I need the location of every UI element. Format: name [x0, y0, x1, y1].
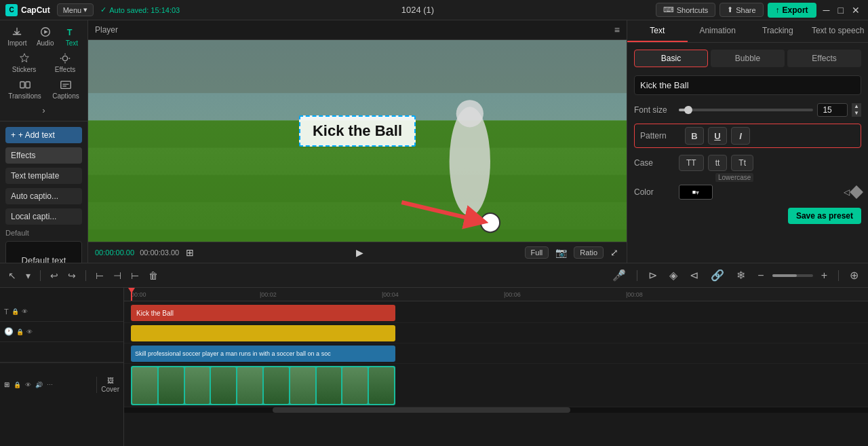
zoom-in-button[interactable]: + [817, 268, 831, 283]
subtitle-clip[interactable]: Skill professional soccer player a man r… [131, 346, 395, 362]
audio-label: Audio [37, 39, 54, 47]
local-caption-button[interactable]: Local capti... [5, 208, 82, 225]
export-button[interactable]: ↑ Export [768, 3, 816, 18]
thumb-9 [342, 367, 368, 404]
underline-button[interactable]: U [708, 127, 727, 145]
text-content-input[interactable] [634, 75, 861, 95]
more-tools-button[interactable]: › [39, 103, 47, 118]
close-button[interactable]: ✕ [849, 5, 863, 16]
bold-button[interactable]: B [685, 127, 704, 145]
captions-tool[interactable]: Captions [48, 76, 83, 103]
text-tool[interactable]: T Text [60, 23, 84, 50]
font-size-down[interactable]: ▼ [852, 110, 861, 117]
video-text-overlay[interactable]: Kick the Ball [299, 115, 416, 147]
scrollbar-thumb[interactable] [273, 407, 570, 413]
add-text-button[interactable]: + + Add text [5, 127, 82, 143]
autosave-check-icon: ✓ [100, 5, 106, 14]
effects-tool[interactable]: Effects [51, 50, 79, 76]
sub-tab-bubble[interactable]: Bubble [711, 50, 785, 67]
default-text-preset[interactable]: Default text [5, 241, 82, 263]
shortcuts-button[interactable]: ⌨ Shortcuts [656, 3, 715, 17]
subtitle-track-row: Skill professional soccer player a man r… [124, 343, 868, 364]
redo-button[interactable]: ↪ [65, 269, 79, 282]
font-size-row: Font size ▲ ▼ [634, 103, 861, 117]
trim-left-button[interactable]: ⊣ [111, 269, 124, 282]
effects-panel-button[interactable]: Effects [5, 147, 82, 164]
audio-tool[interactable]: Audio [33, 23, 58, 50]
minimize-button[interactable]: ─ [821, 5, 833, 16]
color-swatch[interactable]: ■ ▾ [679, 185, 713, 200]
cover-icon: 🖼 [107, 377, 114, 384]
cover-button[interactable]: 🖼 Cover [101, 377, 119, 393]
sub-tab-effects[interactable]: Effects [787, 50, 861, 67]
case-tt-caps[interactable]: Tt [731, 155, 753, 171]
time-total: 00:00:03.00 [140, 248, 179, 257]
split-button[interactable]: ⊢ [93, 269, 106, 282]
mic-button[interactable]: 🎤 [608, 267, 630, 283]
zoom-fill [772, 274, 797, 277]
video-clip[interactable] [131, 366, 395, 405]
italic-button[interactable]: I [731, 127, 750, 145]
save-as-preset-button[interactable]: Save as preset [788, 208, 861, 224]
select-dropdown[interactable]: ▾ [23, 269, 33, 282]
logo: C CapCut [5, 4, 50, 16]
color-dropdown-icon[interactable]: ▾ [696, 189, 699, 196]
transitions-tool[interactable]: Transitions [4, 76, 45, 103]
next-keyframe-button[interactable]: ⊲ [686, 267, 703, 283]
delete-button[interactable]: 🗑 [146, 269, 161, 282]
screenshot-button[interactable]: 📷 [554, 246, 568, 259]
font-size-up[interactable]: ▲ [852, 103, 861, 110]
case-tt-small[interactable]: tt [708, 155, 728, 171]
text-template-button[interactable]: Text template [5, 168, 82, 184]
thumb-3 [185, 367, 210, 404]
play-button[interactable]: ▶ [355, 246, 365, 259]
tab-text[interactable]: Text [627, 20, 688, 42]
thumb-2 [159, 367, 184, 404]
zoom-out-button[interactable]: − [753, 268, 768, 283]
keyframe-button[interactable]: ◈ [665, 267, 682, 283]
tab-text-to-speech[interactable]: Text to speech [808, 20, 868, 42]
sub-tab-basic[interactable]: Basic [634, 50, 708, 67]
color-left-arrow[interactable]: ◁ [844, 187, 850, 197]
share-button[interactable]: ⬆ Share [719, 3, 763, 17]
svg-rect-14 [88, 229, 627, 242]
text-clip[interactable]: Kick the Ball [131, 305, 395, 321]
font-size-input[interactable] [817, 103, 848, 117]
full-button[interactable]: Full [525, 246, 549, 259]
timeline-scrollbar[interactable] [124, 407, 868, 413]
thumb-8 [317, 367, 342, 404]
freeze-button[interactable]: ❄ [732, 267, 749, 283]
menu-button[interactable]: Menu ▾ [57, 3, 94, 16]
font-size-slider[interactable] [679, 109, 813, 111]
trim-right-button[interactable]: ⊢ [128, 269, 142, 282]
case-tt-normal[interactable]: TT [679, 155, 704, 171]
ratio-button[interactable]: Ratio [574, 246, 604, 259]
import-tool[interactable]: Import [3, 23, 31, 50]
maximize-button[interactable]: □ [835, 5, 846, 16]
auto-caption-button[interactable]: Auto captio... [5, 188, 82, 204]
main-track-label: ⊞ 🔒 👁 🔊 ⋯ 🖼 Cover [0, 363, 123, 406]
fit-view-button[interactable]: ⊕ [846, 267, 863, 283]
diamond-button[interactable] [850, 185, 863, 199]
time-marker-8: |00:08 [626, 291, 643, 298]
player-header: Player ≡ [88, 20, 627, 40]
save-preset-area: Save as preset [634, 208, 861, 224]
select-tool-button[interactable]: ↖ [5, 269, 19, 282]
vol-icon: 🔊 [35, 382, 43, 388]
player-video: Kick the Ball [88, 40, 627, 242]
grid-view-button[interactable]: ⊞ [184, 246, 195, 259]
shortcuts-label: Shortcuts [677, 6, 708, 14]
slider-thumb[interactable] [684, 106, 692, 114]
prev-keyframe-button[interactable]: ⊳ [644, 267, 661, 283]
undo-button[interactable]: ↩ [47, 269, 61, 282]
stickers-tool[interactable]: Stickers [8, 50, 41, 76]
menu-label: Menu [63, 6, 82, 14]
fullscreen-button[interactable]: ⤢ [609, 246, 620, 259]
video-track-row [124, 364, 868, 407]
player-menu-button[interactable]: ≡ [614, 24, 620, 35]
audio-clip[interactable] [131, 325, 395, 341]
tab-animation[interactable]: Animation [688, 20, 748, 42]
link-button[interactable]: 🔗 [707, 267, 728, 283]
tab-tracking[interactable]: Tracking [748, 20, 808, 42]
zoom-slider[interactable] [772, 274, 813, 277]
